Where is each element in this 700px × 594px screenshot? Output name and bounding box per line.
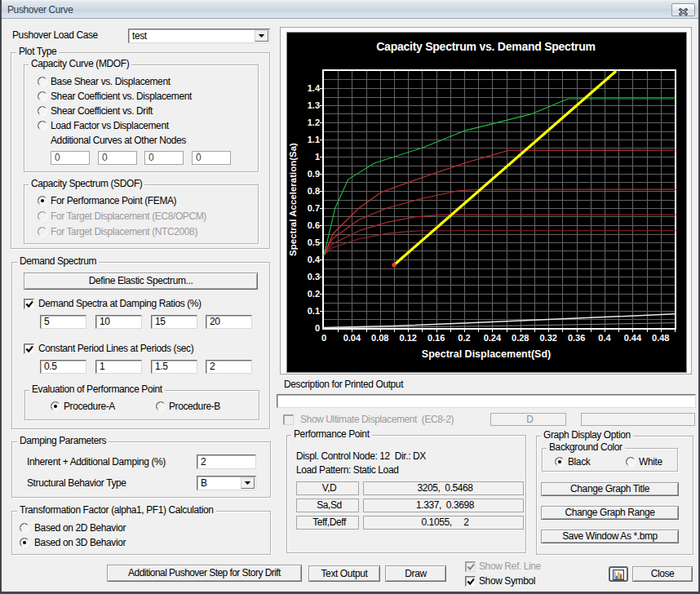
- svg-text:Capacity Spectrum vs. Demand S: Capacity Spectrum vs. Demand Spectrum: [376, 40, 596, 53]
- svg-text:0.08: 0.08: [371, 333, 388, 343]
- svg-text:0.8: 0.8: [308, 186, 320, 196]
- svg-text:1.4: 1.4: [308, 83, 321, 93]
- svg-text:Spectral Displacement(Sd): Spectral Displacement(Sd): [422, 348, 551, 360]
- svg-text:0.3: 0.3: [308, 272, 320, 281]
- svg-text:0.2: 0.2: [458, 333, 470, 343]
- svg-text:1.1: 1.1: [308, 135, 320, 144]
- svg-text:1.2: 1.2: [308, 117, 320, 127]
- svg-text:0.36: 0.36: [568, 333, 585, 343]
- svg-text:0: 0: [321, 333, 326, 343]
- svg-text:0.1: 0.1: [308, 306, 320, 316]
- svg-text:0.44: 0.44: [624, 333, 642, 343]
- svg-text:1: 1: [315, 152, 320, 162]
- svg-text:1.3: 1.3: [308, 100, 320, 110]
- svg-text:0.9: 0.9: [308, 169, 320, 179]
- svg-text:0: 0: [315, 323, 320, 333]
- svg-text:0.6: 0.6: [308, 220, 320, 230]
- svg-text:0.04: 0.04: [343, 333, 361, 343]
- svg-text:0.5: 0.5: [308, 237, 320, 247]
- svg-text:0.28: 0.28: [512, 333, 529, 343]
- svg-text:0.24: 0.24: [484, 333, 502, 343]
- svg-text:0.48: 0.48: [652, 333, 669, 343]
- svg-text:0.4: 0.4: [308, 255, 321, 264]
- svg-text:0.7: 0.7: [308, 203, 320, 213]
- svg-text:0.2: 0.2: [308, 289, 320, 299]
- svg-text:0.16: 0.16: [428, 333, 445, 343]
- svg-text:0.4: 0.4: [598, 333, 611, 343]
- svg-text:Spectral Acceleration(Sa): Spectral Acceleration(Sa): [288, 143, 298, 256]
- svg-text:0.12: 0.12: [399, 333, 416, 343]
- svg-text:0.32: 0.32: [539, 333, 556, 343]
